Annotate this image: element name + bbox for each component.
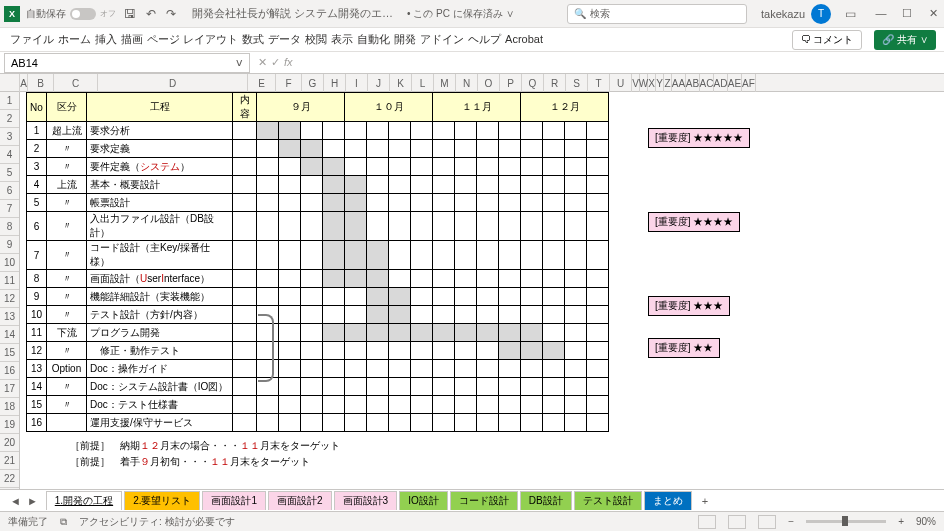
sheet-tab[interactable]: まとめ bbox=[644, 491, 692, 510]
worksheet-grid[interactable]: ABCDEFGHIJKLMNOPQRSTUVWXYZAAABACADAEAF 1… bbox=[0, 74, 944, 489]
row-header[interactable]: 15 bbox=[0, 344, 19, 362]
col-header[interactable]: O bbox=[478, 74, 500, 92]
sheet-tab[interactable]: 画面設計2 bbox=[268, 491, 332, 510]
row-header[interactable]: 1 bbox=[0, 92, 19, 110]
col-header[interactable]: D bbox=[98, 74, 248, 92]
user-account[interactable]: takekazu T bbox=[761, 4, 831, 24]
row-header[interactable]: 16 bbox=[0, 362, 19, 380]
row-header[interactable]: 20 bbox=[0, 434, 19, 452]
row-header[interactable]: 5 bbox=[0, 164, 19, 182]
ribbon-tab-数式[interactable]: 数式 bbox=[240, 29, 266, 49]
sheet-nav-next[interactable]: ► bbox=[27, 495, 38, 507]
ribbon-tab-データ[interactable]: データ bbox=[266, 29, 303, 49]
col-header[interactable]: U bbox=[610, 74, 632, 92]
undo-icon[interactable]: ↶ bbox=[144, 5, 158, 23]
redo-icon[interactable]: ↷ bbox=[164, 5, 178, 23]
col-header[interactable]: P bbox=[500, 74, 522, 92]
ribbon-tab-表示[interactable]: 表示 bbox=[329, 29, 355, 49]
sheet-tab[interactable]: 2.要望リスト bbox=[124, 491, 200, 510]
col-header[interactable]: AA bbox=[672, 74, 686, 92]
ribbon-tab-ファイル[interactable]: ファイル bbox=[8, 29, 56, 49]
ribbon-tab-開発[interactable]: 開発 bbox=[392, 29, 418, 49]
col-header[interactable]: H bbox=[324, 74, 346, 92]
page-break-button[interactable] bbox=[758, 515, 776, 529]
sheet-tab[interactable]: IO設計 bbox=[399, 491, 448, 510]
row-header[interactable]: 17 bbox=[0, 380, 19, 398]
chevron-down-icon[interactable]: ⅴ bbox=[236, 56, 243, 69]
normal-view-button[interactable] bbox=[698, 515, 716, 529]
col-header[interactable]: G bbox=[302, 74, 324, 92]
col-header[interactable]: M bbox=[434, 74, 456, 92]
row-header[interactable]: 10 bbox=[0, 254, 19, 272]
row-header[interactable]: 21 bbox=[0, 452, 19, 470]
row-header[interactable]: 22 bbox=[0, 470, 19, 488]
ribbon-tab-描画[interactable]: 描画 bbox=[119, 29, 145, 49]
col-header[interactable]: Q bbox=[522, 74, 544, 92]
close-button[interactable]: ✕ bbox=[926, 7, 940, 20]
col-header[interactable]: X bbox=[648, 74, 656, 92]
row-header[interactable]: 4 bbox=[0, 146, 19, 164]
row-header[interactable]: 8 bbox=[0, 218, 19, 236]
ribbon-tab-校閲[interactable]: 校閲 bbox=[303, 29, 329, 49]
col-header[interactable]: R bbox=[544, 74, 566, 92]
sheet-tab[interactable]: 画面設計1 bbox=[202, 491, 266, 510]
sheet-tab[interactable]: 画面設計3 bbox=[334, 491, 398, 510]
ribbon-tab-ページ レイアウト[interactable]: ページ レイアウト bbox=[145, 29, 240, 49]
ribbon-tab-アドイン[interactable]: アドイン bbox=[418, 29, 466, 49]
row-header[interactable]: 3 bbox=[0, 128, 19, 146]
accessibility-status[interactable]: アクセシビリティ: 検討が必要です bbox=[79, 515, 235, 529]
enter-icon[interactable]: ✓ bbox=[271, 56, 280, 69]
sheet-tab[interactable]: テスト設計 bbox=[574, 491, 642, 510]
row-header[interactable]: 7 bbox=[0, 200, 19, 218]
minimize-button[interactable]: — bbox=[874, 7, 888, 20]
zoom-out-button[interactable]: − bbox=[788, 516, 794, 527]
ribbon-tab-自動化[interactable]: 自動化 bbox=[355, 29, 392, 49]
row-header[interactable]: 2 bbox=[0, 110, 19, 128]
col-header[interactable]: N bbox=[456, 74, 478, 92]
accessibility-icon[interactable]: ⧉ bbox=[60, 516, 67, 528]
ribbon-tab-挿入[interactable]: 挿入 bbox=[93, 29, 119, 49]
col-header[interactable]: Z bbox=[664, 74, 672, 92]
row-header[interactable]: 13 bbox=[0, 308, 19, 326]
cancel-icon[interactable]: ✕ bbox=[258, 56, 267, 69]
col-header[interactable]: AE bbox=[728, 74, 742, 92]
col-header[interactable]: C bbox=[54, 74, 98, 92]
row-header[interactable]: 23 bbox=[0, 488, 19, 489]
col-header[interactable]: AD bbox=[714, 74, 728, 92]
sheet-nav-prev[interactable]: ◄ bbox=[10, 495, 21, 507]
col-header[interactable]: I bbox=[346, 74, 368, 92]
save-icon[interactable]: 🖫 bbox=[122, 5, 138, 23]
col-header[interactable]: E bbox=[248, 74, 276, 92]
search-input[interactable]: 🔍 検索 bbox=[567, 4, 747, 24]
zoom-in-button[interactable]: + bbox=[898, 516, 904, 527]
new-sheet-button[interactable]: + bbox=[694, 495, 716, 507]
col-header[interactable]: J bbox=[368, 74, 390, 92]
row-header[interactable]: 9 bbox=[0, 236, 19, 254]
col-header[interactable]: Y bbox=[656, 74, 664, 92]
sheet-tab[interactable]: DB設計 bbox=[520, 491, 572, 510]
ribbon-tab-Acrobat[interactable]: Acrobat bbox=[503, 29, 545, 49]
row-header[interactable]: 18 bbox=[0, 398, 19, 416]
ribbon-tab-ホーム[interactable]: ホーム bbox=[56, 29, 93, 49]
col-header[interactable]: L bbox=[412, 74, 434, 92]
col-header[interactable]: AF bbox=[742, 74, 756, 92]
name-box[interactable]: AB14 ⅴ bbox=[4, 53, 250, 73]
sheet-tab[interactable]: コード設計 bbox=[450, 491, 518, 510]
row-header[interactable]: 11 bbox=[0, 272, 19, 290]
ribbon-mode-icon[interactable]: ▭ bbox=[843, 5, 858, 23]
sheet-tab[interactable]: 1.開発の工程 bbox=[46, 491, 122, 510]
ribbon-tab-ヘルプ[interactable]: ヘルプ bbox=[466, 29, 503, 49]
col-header[interactable]: S bbox=[566, 74, 588, 92]
zoom-slider[interactable] bbox=[806, 520, 886, 523]
toggle-icon[interactable] bbox=[70, 8, 96, 20]
col-header[interactable]: AC bbox=[700, 74, 714, 92]
page-layout-button[interactable] bbox=[728, 515, 746, 529]
col-header[interactable]: A bbox=[20, 74, 28, 92]
maximize-button[interactable]: ☐ bbox=[900, 7, 914, 20]
col-header[interactable]: B bbox=[28, 74, 54, 92]
col-header[interactable]: T bbox=[588, 74, 610, 92]
col-header[interactable]: W bbox=[640, 74, 648, 92]
formula-input[interactable] bbox=[297, 57, 944, 69]
col-header[interactable]: K bbox=[390, 74, 412, 92]
zoom-level[interactable]: 90% bbox=[916, 516, 936, 527]
